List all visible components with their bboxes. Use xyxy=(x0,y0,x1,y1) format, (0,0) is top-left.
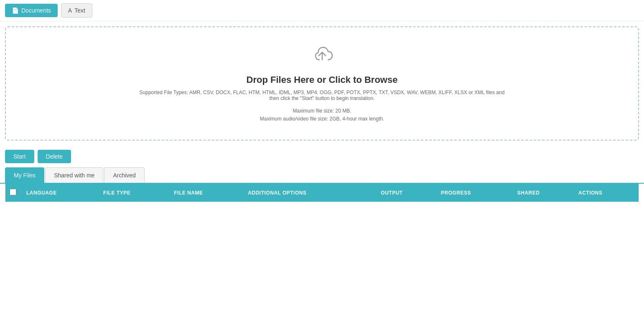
text-translate-icon: A xyxy=(68,7,72,14)
documents-button[interactable]: 📄 Documents xyxy=(5,4,58,17)
table-header-row: LANGUAGE FILE TYPE FILE NAME ADDITIONAL … xyxy=(5,184,639,202)
cloud-upload-icon xyxy=(310,44,335,69)
tab-shared-with-me-label: Shared with me xyxy=(54,172,94,179)
top-toolbar: 📄 Documents A Text xyxy=(0,0,644,21)
table-header-actions: ACTIONS xyxy=(574,184,639,202)
max-file-size: Maximum file size: 20 MB. xyxy=(260,107,384,115)
text-button[interactable]: A Text xyxy=(61,3,92,18)
tab-my-files[interactable]: My Files xyxy=(5,167,44,183)
drop-limits: Maximum file size: 20 MB. Maximum audio/… xyxy=(260,107,384,123)
table-header-shared: SHARED xyxy=(513,184,574,202)
drop-zone[interactable]: Drop Files Here or Click to Browse Suppo… xyxy=(5,26,639,141)
tab-shared-with-me[interactable]: Shared with me xyxy=(45,167,103,183)
action-buttons: Start Delete xyxy=(0,146,644,167)
file-table-container: LANGUAGE FILE TYPE FILE NAME ADDITIONAL … xyxy=(5,184,639,202)
drop-title: Drop Files Here or Click to Browse xyxy=(247,74,398,85)
table-header-progress: PROGRESS xyxy=(437,184,513,202)
table-header-language: LANGUAGE xyxy=(22,184,99,202)
select-all-checkbox[interactable] xyxy=(10,189,16,195)
tab-archived[interactable]: Archived xyxy=(104,167,144,183)
text-label: Text xyxy=(74,7,85,14)
documents-label: Documents xyxy=(21,7,51,14)
max-audio-size: Maximum audio/video file size: 2GB, 4-ho… xyxy=(260,115,384,123)
start-button[interactable]: Start xyxy=(5,150,34,163)
documents-icon: 📄 xyxy=(12,7,19,14)
delete-button[interactable]: Delete xyxy=(38,150,71,163)
table-header-output: OUTPUT xyxy=(377,184,437,202)
tab-archived-label: Archived xyxy=(113,172,135,179)
table-header-file-type: FILE TYPE xyxy=(99,184,170,202)
drop-supported-text: Supported File Types: AMR, CSV, DOCX, FL… xyxy=(134,90,510,101)
tab-my-files-label: My Files xyxy=(14,172,36,179)
file-table: LANGUAGE FILE TYPE FILE NAME ADDITIONAL … xyxy=(5,184,639,202)
file-tabs: My Files Shared with me Archived xyxy=(0,167,644,184)
table-header-checkbox-col xyxy=(5,184,22,202)
table-header-additional-options: ADDITIONAL OPTIONS xyxy=(244,184,377,202)
table-header-file-name: FILE NAME xyxy=(170,184,244,202)
